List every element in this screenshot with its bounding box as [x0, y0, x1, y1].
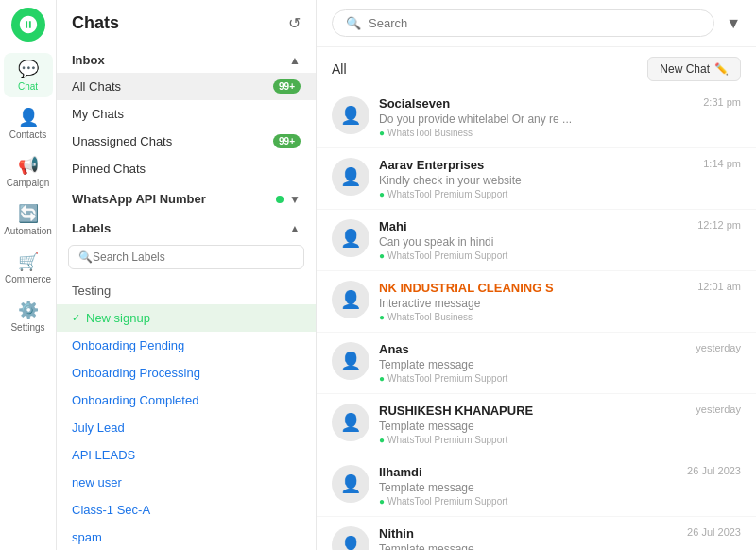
chat-source: ● WhatsTool Premium Support	[379, 189, 694, 199]
chat-time: 12:12 pm	[697, 219, 741, 231]
search-icon: 🔍	[346, 16, 361, 30]
chat-item[interactable]: 👤 Nithin Template message ● WhatsTool Pr…	[317, 517, 756, 550]
main-content: 🔍 ▼ All New Chat ✏️ 👤 Socialseven Do you…	[317, 0, 756, 550]
chat-preview: Can you speak in hindi	[379, 235, 688, 249]
nav-item-chat[interactable]: 💬 Chat	[4, 53, 53, 97]
chat-info: Nithin Template message ● WhatsTool Prem…	[379, 526, 678, 550]
chat-icon: 💬	[18, 59, 39, 79]
chat-item[interactable]: 👤 NK INDUSTRIAL CLEANING S Interactive m…	[317, 271, 756, 333]
chat-item[interactable]: 👤 Socialseven Do you provide whitelabel …	[317, 87, 756, 148]
campaign-icon: 📢	[18, 155, 39, 176]
sidebar: Chats ↺ Inbox ▲ All Chats 99+ My Chats U…	[57, 0, 317, 550]
chat-preview: Do you provide whitelabel Or any re ...	[379, 112, 694, 126]
nav-item-automation[interactable]: 🔄 Automation	[4, 198, 53, 242]
label-api-leads-text: API LEADS	[72, 448, 135, 462]
refresh-button[interactable]: ↺	[288, 14, 301, 32]
chat-item[interactable]: 👤 Aarav Enterprises Kindly check in your…	[317, 148, 756, 210]
avatar: 👤	[332, 281, 369, 318]
labels-label: Labels	[72, 221, 111, 235]
sidebar-title: Chats	[72, 13, 119, 33]
label-item-new-user[interactable]: new user	[57, 469, 316, 496]
chat-source-text: WhatsTool Premium Support	[387, 496, 507, 507]
chat-info: Ilhamdi Template message ● WhatsTool Pre…	[379, 465, 678, 507]
chat-time: 26 Jul 2023	[687, 465, 741, 476]
nav-item-settings[interactable]: ⚙️ Settings	[4, 294, 53, 338]
main-header: 🔍 ▼	[317, 0, 756, 47]
labels-section-header[interactable]: Labels ▲	[57, 212, 316, 241]
chat-item[interactable]: 👤 Ilhamdi Template message ● WhatsTool P…	[317, 455, 756, 517]
whatsapp-source-icon: ●	[379, 250, 385, 261]
new-chat-button[interactable]: New Chat ✏️	[647, 57, 741, 81]
my-chats-label: My Chats	[72, 107, 124, 121]
chat-time: yesterday	[696, 342, 741, 353]
all-chats-header: All New Chat ✏️	[317, 47, 756, 87]
label-item-onboarding-processing[interactable]: Onboarding Processing	[57, 359, 316, 387]
nav-item-contacts[interactable]: 👤 Contacts	[4, 101, 53, 146]
automation-icon: 🔄	[18, 203, 39, 224]
labels-search-container[interactable]: 🔍	[68, 245, 304, 269]
all-label: All	[332, 61, 347, 77]
commerce-icon: 🛒	[18, 251, 39, 272]
chat-info: Socialseven Do you provide whitelabel Or…	[379, 96, 694, 138]
chat-source: ● WhatsTool Business	[379, 312, 688, 322]
nav-item-campaign[interactable]: 📢 Campaign	[4, 149, 53, 194]
label-item-class-1[interactable]: Class-1 Sec-A	[57, 496, 316, 524]
filter-icon[interactable]: ▼	[726, 15, 741, 32]
labels-search-input[interactable]	[93, 250, 294, 264]
label-onboarding-processing-text: Onboarding Processing	[72, 366, 200, 380]
chat-info: Aarav Enterprises Kindly check in your w…	[379, 158, 694, 199]
unassigned-chats-label: Unassigned Chats	[72, 134, 172, 148]
chat-name: Aarav Enterprises	[379, 158, 694, 172]
nav-label-commerce: Commerce	[5, 274, 51, 284]
chat-source-text: WhatsTool Business	[387, 128, 472, 138]
nav-item-commerce[interactable]: 🛒 Commerce	[4, 246, 53, 290]
chat-name: Socialseven	[379, 96, 694, 111]
settings-icon: ⚙️	[18, 300, 39, 320]
nav-label-automation: Automation	[4, 226, 52, 236]
chat-name: Nithin	[379, 526, 678, 541]
chat-name: Mahi	[379, 219, 688, 233]
chat-preview: Interactive message	[379, 297, 688, 310]
inbox-item-unassigned-chats[interactable]: Unassigned Chats 99+	[57, 128, 316, 155]
chat-info: NK INDUSTRIAL CLEANING S Interactive mes…	[379, 281, 688, 322]
all-chats-label: All Chats	[72, 79, 121, 94]
chat-name: Ilhamdi	[379, 465, 678, 479]
avatar: 👤	[332, 219, 369, 257]
label-item-spam[interactable]: spam	[57, 524, 316, 550]
chat-item[interactable]: 👤 RUSHIKESH KHANAPURE Template message ●…	[317, 394, 756, 455]
whatsapp-api-section[interactable]: WhatsApp API Number ▼	[57, 182, 316, 212]
chat-time: 26 Jul 2023	[687, 526, 741, 538]
avatar: 👤	[332, 96, 369, 134]
label-item-testing[interactable]: Testing	[57, 277, 316, 304]
label-item-onboarding-completed[interactable]: Onboarding Completed	[57, 387, 316, 414]
chat-source: ● WhatsTool Premium Support	[379, 496, 678, 507]
chat-item[interactable]: 👤 Anas Template message ● WhatsTool Prem…	[317, 333, 756, 394]
label-item-july-lead[interactable]: July Lead	[57, 414, 316, 441]
label-item-onboarding-pending[interactable]: Onboarding Pending	[57, 332, 316, 359]
nav-label-chat: Chat	[18, 81, 38, 92]
label-onboarding-pending-text: Onboarding Pending	[72, 338, 184, 352]
label-spam-text: spam	[72, 530, 102, 544]
label-testing-text: Testing	[72, 284, 111, 298]
search-bar[interactable]: 🔍	[332, 9, 714, 37]
avatar: 👤	[332, 342, 369, 380]
avatar: 👤	[332, 404, 369, 441]
inbox-item-my-chats[interactable]: My Chats	[57, 100, 316, 128]
label-new-signup-text: New signup	[86, 311, 150, 325]
label-item-api-leads[interactable]: API LEADS	[57, 441, 316, 469]
inbox-item-all-chats[interactable]: All Chats 99+	[57, 73, 316, 100]
inbox-section-header[interactable]: Inbox ▲	[57, 43, 316, 73]
inbox-item-pinned-chats[interactable]: Pinned Chats	[57, 155, 316, 182]
sidebar-content: Inbox ▲ All Chats 99+ My Chats Unassigne…	[57, 43, 316, 550]
avatar: 👤	[332, 465, 369, 503]
search-input[interactable]	[369, 16, 700, 30]
chat-item[interactable]: 👤 Mahi Can you speak in hindi ● WhatsToo…	[317, 210, 756, 271]
all-chats-badge: 99+	[273, 79, 301, 94]
chat-time: 12:01 am	[697, 281, 741, 292]
chat-source-text: WhatsTool Premium Support	[387, 250, 507, 261]
chat-preview: Template message	[379, 420, 686, 433]
chat-list: 👤 Socialseven Do you provide whitelabel …	[317, 87, 756, 550]
label-item-new-signup[interactable]: New signup	[57, 304, 316, 332]
labels-section: Labels ▲ 🔍 Testing New signup Onboarding…	[57, 212, 316, 550]
chat-name: NK INDUSTRIAL CLEANING S	[379, 281, 688, 295]
